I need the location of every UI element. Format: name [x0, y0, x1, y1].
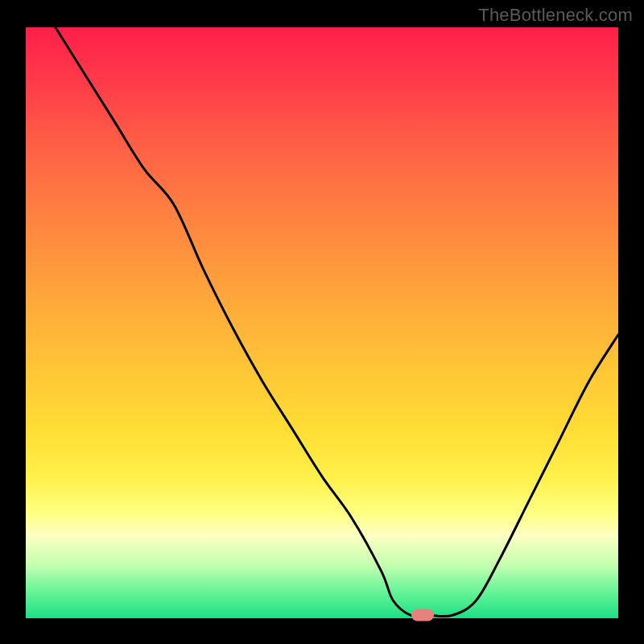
bottleneck-curve	[26, 27, 618, 618]
chart-plot-area	[26, 27, 618, 618]
watermark-text: TheBottleneck.com	[478, 5, 633, 26]
selected-point-marker	[411, 609, 434, 621]
